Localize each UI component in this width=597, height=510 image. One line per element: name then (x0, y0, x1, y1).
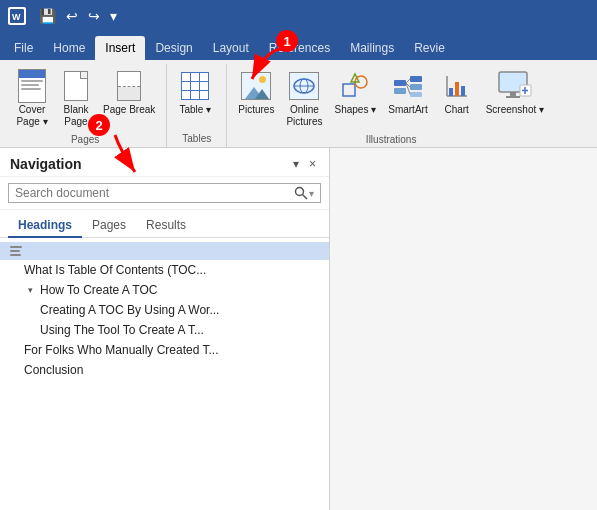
tree-item-5[interactable]: For Folks Who Manually Created T... (0, 340, 329, 360)
document-area (330, 148, 597, 510)
pages-group-label: Pages (10, 132, 160, 148)
svg-text:W: W (12, 12, 21, 22)
screenshot-button[interactable]: Screenshot ▾ (481, 66, 549, 120)
save-button[interactable]: 💾 (36, 6, 59, 26)
undo-button[interactable]: ↩ (63, 6, 81, 26)
svg-rect-5 (343, 84, 355, 96)
svg-rect-20 (461, 86, 465, 96)
cover-page-button[interactable]: CoverPage ▾ (10, 66, 54, 132)
svg-rect-19 (455, 82, 459, 96)
svg-rect-22 (510, 92, 516, 96)
tree-item-1-text: What Is Table Of Contents (TOC... (24, 263, 206, 277)
nav-search-area: ▾ (0, 177, 329, 210)
search-box: ▾ (8, 183, 321, 203)
toc-heading-icon (8, 245, 24, 257)
tab-layout[interactable]: Layout (203, 36, 259, 60)
blank-page-icon (60, 70, 92, 102)
tables-group-label: Tables (173, 131, 220, 147)
table-icon (179, 70, 211, 102)
ribbon-body: CoverPage ▾ BlankPage Page Break (0, 60, 597, 148)
nav-controls: ▾ × (290, 156, 319, 172)
svg-rect-9 (394, 88, 406, 94)
tree-item-2-text: How To Create A TOC (40, 283, 157, 297)
svg-rect-11 (410, 84, 422, 90)
tables-group-items: Table ▾ (173, 64, 220, 131)
tab-mailings[interactable]: Mailings (340, 36, 404, 60)
smartart-button[interactable]: SmartArt (383, 66, 432, 120)
document-canvas (340, 158, 587, 500)
blank-page-button[interactable]: BlankPage (54, 66, 98, 132)
pictures-label: Pictures (238, 104, 274, 116)
online-pictures-button[interactable]: OnlinePictures (281, 66, 327, 132)
chart-icon (441, 70, 473, 102)
online-pictures-icon (288, 70, 320, 102)
table-button[interactable]: Table ▾ (173, 66, 217, 120)
page-break-button[interactable]: Page Break (98, 66, 160, 120)
tree-toggle-2[interactable]: ▾ (24, 284, 36, 296)
nav-close-button[interactable]: × (306, 156, 319, 172)
svg-rect-18 (449, 88, 453, 96)
illustrations-group-items: Pictures OnlinePictures (233, 64, 549, 132)
content-area: Navigation ▾ × ▾ Headings Pages (0, 148, 597, 510)
online-pictures-label: OnlinePictures (286, 104, 322, 128)
pages-group-items: CoverPage ▾ BlankPage Page Break (10, 64, 160, 132)
illustrations-group: Pictures OnlinePictures (227, 64, 555, 147)
cover-page-label: CoverPage ▾ (16, 104, 47, 128)
nav-tree: What Is Table Of Contents (TOC... ▾ How … (0, 238, 329, 510)
blank-page-label: BlankPage (63, 104, 88, 128)
more-quick-access-button[interactable]: ▾ (107, 6, 120, 26)
tree-item-3[interactable]: Creating A TOC By Using A Wor... (0, 300, 329, 320)
nav-dropdown-button[interactable]: ▾ (290, 156, 302, 172)
title-bar: W 💾 ↩ ↪ ▾ (0, 0, 597, 32)
tree-item-3-text: Creating A TOC By Using A Wor... (40, 303, 219, 317)
tree-item-toc-heading[interactable] (0, 242, 329, 260)
illustrations-group-label: Illustrations (233, 132, 549, 148)
sub-tab-headings[interactable]: Headings (8, 214, 82, 238)
svg-point-29 (296, 188, 304, 196)
tree-item-2[interactable]: ▾ How To Create A TOC (0, 280, 329, 300)
search-input[interactable] (15, 186, 290, 200)
pages-group: CoverPage ▾ BlankPage Page Break (4, 64, 167, 147)
chart-label: Chart (444, 104, 468, 116)
shapes-button[interactable]: Shapes ▾ (330, 66, 382, 120)
sub-tab-pages[interactable]: Pages (82, 214, 136, 238)
nav-panel-title: Navigation (10, 156, 82, 172)
tab-review[interactable]: Revie (404, 36, 455, 60)
svg-line-13 (406, 79, 410, 83)
page-break-icon (113, 70, 145, 102)
tab-insert[interactable]: Insert (95, 36, 145, 60)
tree-item-6[interactable]: Conclusion (0, 360, 329, 380)
tab-design[interactable]: Design (145, 36, 202, 60)
svg-line-30 (303, 195, 308, 200)
ribbon-tabs: File Home Insert Design Layout Reference… (0, 32, 597, 60)
nav-header: Navigation ▾ × (0, 148, 329, 177)
sub-tab-results[interactable]: Results (136, 214, 196, 238)
nav-sub-tabs: Headings Pages Results (0, 210, 329, 238)
smartart-label: SmartArt (388, 104, 427, 116)
tree-item-4-text: Using The Tool To Create A T... (40, 323, 204, 337)
redo-button[interactable]: ↪ (85, 6, 103, 26)
chart-button[interactable]: Chart (435, 66, 479, 120)
screenshot-label: Screenshot ▾ (486, 104, 544, 116)
search-button[interactable]: ▾ (294, 186, 314, 200)
pictures-icon (240, 70, 272, 102)
page-break-label: Page Break (103, 104, 155, 116)
tab-home[interactable]: Home (43, 36, 95, 60)
tab-file[interactable]: File (4, 36, 43, 60)
quick-access-toolbar: 💾 ↩ ↪ ▾ (36, 6, 120, 26)
word-logo: W (8, 7, 26, 25)
tree-item-1[interactable]: What Is Table Of Contents (TOC... (0, 260, 329, 280)
tables-group: Table ▾ Tables (167, 64, 227, 147)
tab-references[interactable]: References (259, 36, 340, 60)
shapes-icon (339, 70, 371, 102)
table-label: Table ▾ (179, 104, 211, 116)
pictures-button[interactable]: Pictures (233, 66, 279, 120)
shapes-label: Shapes ▾ (335, 104, 377, 116)
tree-item-4[interactable]: Using The Tool To Create A T... (0, 320, 329, 340)
svg-rect-12 (410, 92, 422, 97)
svg-rect-8 (394, 80, 406, 86)
tree-item-6-text: Conclusion (24, 363, 83, 377)
smartart-icon (392, 70, 424, 102)
screenshot-icon (499, 70, 531, 102)
svg-rect-10 (410, 76, 422, 82)
